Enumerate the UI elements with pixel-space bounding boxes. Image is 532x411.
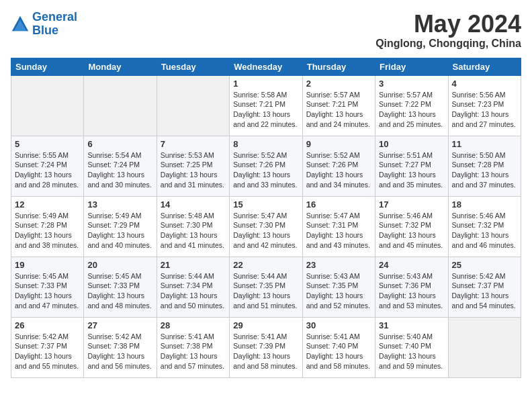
calendar-cell: 21Sunrise: 5:44 AMSunset: 7:34 PMDayligh… xyxy=(157,257,229,317)
calendar-cell: 4Sunrise: 5:56 AMSunset: 7:23 PMDaylight… xyxy=(448,75,521,136)
day-number: 11 xyxy=(452,139,517,149)
day-info: Sunrise: 5:40 AMSunset: 7:40 PMDaylight:… xyxy=(379,332,444,371)
logo-text: General Blue xyxy=(32,11,77,38)
day-number: 30 xyxy=(306,320,371,330)
logo: General Blue xyxy=(11,11,77,38)
week-row-2: 5Sunrise: 5:55 AMSunset: 7:24 PMDaylight… xyxy=(11,136,521,196)
day-number: 1 xyxy=(233,79,298,89)
day-info: Sunrise: 5:49 AMSunset: 7:29 PMDaylight:… xyxy=(87,211,152,250)
calendar-cell: 14Sunrise: 5:48 AMSunset: 7:30 PMDayligh… xyxy=(157,196,229,257)
day-info: Sunrise: 5:43 AMSunset: 7:36 PMDaylight:… xyxy=(379,271,444,311)
day-number: 28 xyxy=(161,320,226,330)
day-number: 10 xyxy=(379,139,444,149)
calendar-cell: 13Sunrise: 5:49 AMSunset: 7:29 PMDayligh… xyxy=(84,196,157,257)
calendar-table: SundayMondayTuesdayWednesdayThursdayFrid… xyxy=(11,58,521,378)
day-info: Sunrise: 5:52 AMSunset: 7:26 PMDaylight:… xyxy=(233,150,298,190)
calendar-cell: 23Sunrise: 5:43 AMSunset: 7:35 PMDayligh… xyxy=(302,257,375,317)
week-row-5: 26Sunrise: 5:42 AMSunset: 7:37 PMDayligh… xyxy=(11,317,521,377)
calendar-cell: 8Sunrise: 5:52 AMSunset: 7:26 PMDaylight… xyxy=(230,136,302,196)
weekday-header-tuesday: Tuesday xyxy=(157,58,229,75)
day-number: 7 xyxy=(161,139,226,149)
day-info: Sunrise: 5:42 AMSunset: 7:38 PMDaylight:… xyxy=(87,332,152,371)
day-number: 2 xyxy=(306,79,371,89)
day-number: 27 xyxy=(87,320,152,330)
day-number: 21 xyxy=(161,260,226,270)
day-number: 12 xyxy=(15,199,80,210)
day-number: 14 xyxy=(161,199,226,210)
day-number: 6 xyxy=(87,139,152,149)
day-info: Sunrise: 5:55 AMSunset: 7:24 PMDaylight:… xyxy=(15,150,80,190)
calendar-cell: 22Sunrise: 5:44 AMSunset: 7:35 PMDayligh… xyxy=(230,257,302,317)
day-info: Sunrise: 5:45 AMSunset: 7:33 PMDaylight:… xyxy=(15,271,80,311)
calendar-cell: 26Sunrise: 5:42 AMSunset: 7:37 PMDayligh… xyxy=(11,317,84,377)
day-number: 18 xyxy=(452,199,517,210)
day-number: 8 xyxy=(233,139,298,149)
weekday-header-wednesday: Wednesday xyxy=(230,58,302,75)
title-block: May 2024 Qinglong, Chongqing, China xyxy=(375,11,521,50)
day-number: 26 xyxy=(15,320,80,330)
day-number: 17 xyxy=(379,199,444,210)
day-number: 5 xyxy=(15,139,80,149)
day-info: Sunrise: 5:58 AMSunset: 7:21 PMDaylight:… xyxy=(233,90,298,130)
day-info: Sunrise: 5:41 AMSunset: 7:38 PMDaylight:… xyxy=(161,332,226,371)
day-info: Sunrise: 5:57 AMSunset: 7:21 PMDaylight:… xyxy=(306,90,371,130)
day-number: 31 xyxy=(379,320,444,330)
weekday-header-monday: Monday xyxy=(84,58,157,75)
location-title: Qinglong, Chongqing, China xyxy=(375,38,521,50)
day-info: Sunrise: 5:57 AMSunset: 7:22 PMDaylight:… xyxy=(379,90,444,130)
calendar-cell: 20Sunrise: 5:45 AMSunset: 7:33 PMDayligh… xyxy=(84,257,157,317)
day-number: 25 xyxy=(452,260,517,270)
calendar-cell: 25Sunrise: 5:42 AMSunset: 7:37 PMDayligh… xyxy=(448,257,521,317)
calendar-cell: 11Sunrise: 5:50 AMSunset: 7:28 PMDayligh… xyxy=(448,136,521,196)
day-number: 29 xyxy=(233,320,298,330)
calendar-cell: 16Sunrise: 5:47 AMSunset: 7:31 PMDayligh… xyxy=(302,196,375,257)
month-title: May 2024 xyxy=(375,11,521,38)
day-info: Sunrise: 5:45 AMSunset: 7:33 PMDaylight:… xyxy=(87,271,152,311)
calendar-cell xyxy=(11,75,84,136)
calendar-cell: 9Sunrise: 5:52 AMSunset: 7:26 PMDaylight… xyxy=(302,136,375,196)
day-info: Sunrise: 5:50 AMSunset: 7:28 PMDaylight:… xyxy=(452,150,517,190)
weekday-header-sunday: Sunday xyxy=(11,58,84,75)
day-number: 13 xyxy=(87,199,152,210)
day-info: Sunrise: 5:46 AMSunset: 7:32 PMDaylight:… xyxy=(452,211,517,250)
calendar-cell: 31Sunrise: 5:40 AMSunset: 7:40 PMDayligh… xyxy=(375,317,448,377)
calendar-cell: 3Sunrise: 5:57 AMSunset: 7:22 PMDaylight… xyxy=(375,75,448,136)
calendar-cell: 7Sunrise: 5:53 AMSunset: 7:25 PMDaylight… xyxy=(157,136,229,196)
day-number: 16 xyxy=(306,199,371,210)
day-info: Sunrise: 5:54 AMSunset: 7:24 PMDaylight:… xyxy=(87,150,152,190)
week-row-1: 1Sunrise: 5:58 AMSunset: 7:21 PMDaylight… xyxy=(11,75,521,136)
day-number: 3 xyxy=(379,79,444,89)
day-number: 22 xyxy=(233,260,298,270)
calendar-cell: 10Sunrise: 5:51 AMSunset: 7:27 PMDayligh… xyxy=(375,136,448,196)
day-info: Sunrise: 5:44 AMSunset: 7:35 PMDaylight:… xyxy=(233,271,298,311)
calendar-cell xyxy=(84,75,157,136)
calendar-cell: 17Sunrise: 5:46 AMSunset: 7:32 PMDayligh… xyxy=(375,196,448,257)
day-info: Sunrise: 5:53 AMSunset: 7:25 PMDaylight:… xyxy=(161,150,226,190)
weekday-header-thursday: Thursday xyxy=(302,58,375,75)
calendar-cell: 1Sunrise: 5:58 AMSunset: 7:21 PMDaylight… xyxy=(230,75,302,136)
day-info: Sunrise: 5:47 AMSunset: 7:31 PMDaylight:… xyxy=(306,211,371,250)
weekday-header-row: SundayMondayTuesdayWednesdayThursdayFrid… xyxy=(11,58,521,75)
weekday-header-friday: Friday xyxy=(375,58,448,75)
calendar-cell: 18Sunrise: 5:46 AMSunset: 7:32 PMDayligh… xyxy=(448,196,521,257)
calendar-cell: 19Sunrise: 5:45 AMSunset: 7:33 PMDayligh… xyxy=(11,257,84,317)
day-info: Sunrise: 5:52 AMSunset: 7:26 PMDaylight:… xyxy=(306,150,371,190)
calendar-cell: 2Sunrise: 5:57 AMSunset: 7:21 PMDaylight… xyxy=(302,75,375,136)
day-number: 24 xyxy=(379,260,444,270)
logo-icon xyxy=(11,15,30,34)
page-header: General Blue May 2024 Qinglong, Chongqin… xyxy=(11,11,521,50)
calendar-cell: 30Sunrise: 5:41 AMSunset: 7:40 PMDayligh… xyxy=(302,317,375,377)
day-info: Sunrise: 5:41 AMSunset: 7:39 PMDaylight:… xyxy=(233,332,298,371)
day-number: 9 xyxy=(306,139,371,149)
calendar-cell xyxy=(157,75,229,136)
day-info: Sunrise: 5:41 AMSunset: 7:40 PMDaylight:… xyxy=(306,332,371,371)
day-info: Sunrise: 5:44 AMSunset: 7:34 PMDaylight:… xyxy=(161,271,226,311)
week-row-3: 12Sunrise: 5:49 AMSunset: 7:28 PMDayligh… xyxy=(11,196,521,257)
day-info: Sunrise: 5:43 AMSunset: 7:35 PMDaylight:… xyxy=(306,271,371,311)
calendar-cell: 24Sunrise: 5:43 AMSunset: 7:36 PMDayligh… xyxy=(375,257,448,317)
logo-blue: Blue xyxy=(32,24,58,37)
day-info: Sunrise: 5:51 AMSunset: 7:27 PMDaylight:… xyxy=(379,150,444,190)
day-info: Sunrise: 5:56 AMSunset: 7:23 PMDaylight:… xyxy=(452,90,517,130)
day-info: Sunrise: 5:48 AMSunset: 7:30 PMDaylight:… xyxy=(161,211,226,250)
logo-general: General xyxy=(32,10,77,24)
